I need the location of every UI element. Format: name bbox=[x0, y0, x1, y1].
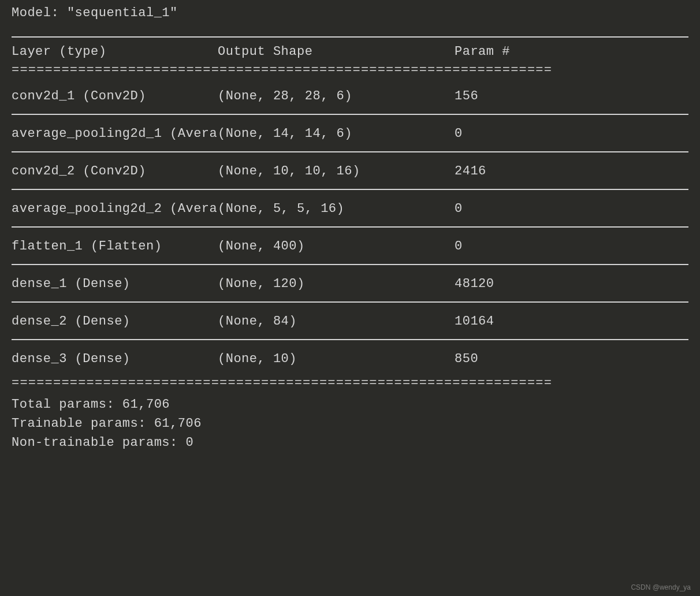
output-shape-cell: (None, 120) bbox=[218, 277, 449, 291]
table-row: conv2d_1 (Conv2D) (None, 28, 28, 6) 156 bbox=[12, 77, 688, 114]
output-shape-cell: (None, 5, 5, 16) bbox=[218, 202, 449, 216]
header-output: Output Shape bbox=[218, 44, 449, 59]
watermark: CSDN @wendy_ya bbox=[631, 583, 691, 591]
param-count-cell: 0 bbox=[449, 239, 463, 254]
table-row: dense_2 (Dense) (None, 84) 10164 bbox=[12, 303, 688, 339]
output-shape-cell: (None, 10, 10, 16) bbox=[218, 164, 449, 178]
nontrainable-params: Non-trainable params: 0 bbox=[12, 433, 688, 452]
table-row: average_pooling2d_2 (Average (None, 5, 5… bbox=[12, 190, 688, 226]
param-count-cell: 48120 bbox=[449, 277, 494, 291]
layer-name-cell: dense_3 (Dense) bbox=[12, 352, 218, 366]
trainable-params: Trainable params: 61,706 bbox=[12, 414, 688, 433]
table-row: average_pooling2d_1 (Average (None, 14, … bbox=[12, 115, 688, 151]
param-count-cell: 2416 bbox=[449, 164, 486, 178]
table-row: flatten_1 (Flatten) (None, 400) 0 bbox=[12, 228, 688, 264]
layers-table: conv2d_1 (Conv2D) (None, 28, 28, 6) 156 … bbox=[12, 77, 688, 377]
layer-name-cell: average_pooling2d_2 (Average bbox=[12, 202, 218, 216]
total-params: Total params: 61,706 bbox=[12, 395, 688, 414]
table-header: Layer (type) Output Shape Param # bbox=[12, 38, 688, 64]
output-shape-cell: (None, 14, 14, 6) bbox=[218, 126, 449, 141]
param-count-cell: 850 bbox=[449, 352, 478, 366]
param-count-cell: 0 bbox=[449, 126, 463, 141]
table-row: dense_1 (Dense) (None, 120) 48120 bbox=[12, 265, 688, 301]
layer-name-cell: conv2d_2 (Conv2D) bbox=[12, 164, 218, 178]
table-row: conv2d_2 (Conv2D) (None, 10, 10, 16) 241… bbox=[12, 152, 688, 189]
model-title: Model: "sequential_1" bbox=[12, 6, 688, 20]
output-shape-cell: (None, 400) bbox=[218, 239, 449, 254]
output-shape-cell: (None, 10) bbox=[218, 352, 449, 366]
param-count-cell: 156 bbox=[449, 89, 478, 103]
output-shape-cell: (None, 28, 28, 6) bbox=[218, 89, 449, 103]
param-count-cell: 0 bbox=[449, 202, 463, 216]
output-shape-cell: (None, 84) bbox=[218, 314, 449, 329]
layer-name-cell: dense_2 (Dense) bbox=[12, 314, 218, 329]
divider-eq-bottom: ========================================… bbox=[12, 377, 688, 390]
header-param: Param # bbox=[449, 44, 510, 59]
layer-name-cell: average_pooling2d_1 (Average bbox=[12, 126, 218, 141]
header-layer: Layer (type) bbox=[12, 44, 218, 59]
layer-name-cell: dense_1 (Dense) bbox=[12, 277, 218, 291]
divider-eq-top: ========================================… bbox=[12, 64, 688, 77]
layer-name-cell: flatten_1 (Flatten) bbox=[12, 239, 218, 254]
param-count-cell: 10164 bbox=[449, 314, 494, 329]
layer-name-cell: conv2d_1 (Conv2D) bbox=[12, 89, 218, 103]
table-row: dense_3 (Dense) (None, 10) 850 bbox=[12, 340, 688, 377]
totals-section: Total params: 61,706 Trainable params: 6… bbox=[12, 390, 688, 452]
